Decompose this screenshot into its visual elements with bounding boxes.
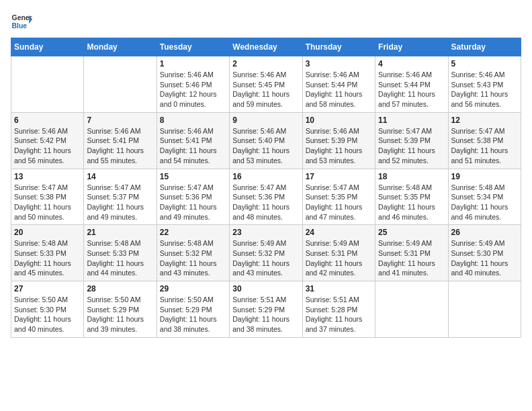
calendar-cell: 28Sunrise: 5:50 AMSunset: 5:29 PMDayligh… — [84, 281, 157, 338]
weekday-header-row: SundayMondayTuesdayWednesdayThursdayFrid… — [11, 38, 521, 56]
day-number: 31 — [306, 284, 372, 293]
day-info: Sunrise: 5:50 AMSunset: 5:30 PMDaylight:… — [14, 295, 81, 334]
day-info: Sunrise: 5:50 AMSunset: 5:29 PMDaylight:… — [87, 295, 153, 334]
calendar-cell: 5Sunrise: 5:46 AMSunset: 5:43 PMDaylight… — [448, 56, 521, 113]
calendar-cell: 8Sunrise: 5:46 AMSunset: 5:41 PMDaylight… — [157, 112, 229, 169]
calendar-cell: 11Sunrise: 5:47 AMSunset: 5:39 PMDayligh… — [375, 112, 448, 169]
calendar-cell: 24Sunrise: 5:49 AMSunset: 5:31 PMDayligh… — [302, 225, 375, 281]
calendar-cell: 27Sunrise: 5:50 AMSunset: 5:30 PMDayligh… — [11, 281, 84, 338]
day-number: 21 — [87, 228, 153, 237]
day-number: 1 — [160, 59, 226, 68]
day-number: 15 — [160, 172, 226, 181]
calendar-cell: 14Sunrise: 5:47 AMSunset: 5:37 PMDayligh… — [84, 169, 157, 225]
day-number: 13 — [14, 172, 81, 181]
day-number: 26 — [451, 228, 518, 237]
page-header: General Blue — [11, 11, 521, 32]
day-info: Sunrise: 5:48 AMSunset: 5:32 PMDaylight:… — [160, 238, 226, 278]
day-info: Sunrise: 5:46 AMSunset: 5:40 PMDaylight:… — [232, 126, 299, 166]
calendar-cell: 22Sunrise: 5:48 AMSunset: 5:32 PMDayligh… — [157, 225, 229, 281]
calendar-cell — [84, 56, 157, 113]
day-number: 9 — [232, 116, 299, 125]
day-info: Sunrise: 5:47 AMSunset: 5:38 PMDaylight:… — [451, 126, 518, 166]
day-info: Sunrise: 5:49 AMSunset: 5:32 PMDaylight:… — [232, 238, 299, 278]
day-number: 3 — [306, 59, 372, 68]
day-number: 29 — [160, 284, 226, 293]
day-number: 16 — [232, 172, 299, 181]
weekday-header-thursday: Thursday — [302, 38, 375, 56]
day-number: 20 — [14, 228, 81, 237]
day-info: Sunrise: 5:47 AMSunset: 5:35 PMDaylight:… — [306, 183, 372, 222]
logo: General Blue — [11, 11, 32, 32]
calendar-week-2: 6Sunrise: 5:46 AMSunset: 5:42 PMDaylight… — [11, 112, 521, 169]
calendar-week-3: 13Sunrise: 5:47 AMSunset: 5:38 PMDayligh… — [11, 169, 521, 225]
day-info: Sunrise: 5:46 AMSunset: 5:44 PMDaylight:… — [378, 70, 445, 109]
calendar-cell: 30Sunrise: 5:51 AMSunset: 5:29 PMDayligh… — [230, 281, 302, 338]
calendar-cell — [375, 281, 448, 338]
calendar-cell: 13Sunrise: 5:47 AMSunset: 5:38 PMDayligh… — [11, 169, 84, 225]
calendar-cell: 10Sunrise: 5:46 AMSunset: 5:39 PMDayligh… — [302, 112, 375, 169]
day-info: Sunrise: 5:47 AMSunset: 5:36 PMDaylight:… — [232, 183, 299, 222]
day-number: 28 — [87, 284, 153, 293]
day-info: Sunrise: 5:46 AMSunset: 5:39 PMDaylight:… — [306, 126, 372, 166]
day-info: Sunrise: 5:49 AMSunset: 5:30 PMDaylight:… — [451, 238, 518, 278]
calendar-cell: 20Sunrise: 5:48 AMSunset: 5:33 PMDayligh… — [11, 225, 84, 281]
day-number: 18 — [378, 172, 445, 181]
day-info: Sunrise: 5:47 AMSunset: 5:38 PMDaylight:… — [14, 183, 81, 222]
calendar-cell: 31Sunrise: 5:51 AMSunset: 5:28 PMDayligh… — [302, 281, 375, 338]
calendar-cell: 4Sunrise: 5:46 AMSunset: 5:44 PMDaylight… — [375, 56, 448, 113]
day-number: 27 — [14, 284, 81, 293]
weekday-header-saturday: Saturday — [448, 38, 521, 56]
day-number: 14 — [87, 172, 153, 181]
calendar-week-1: 1Sunrise: 5:46 AMSunset: 5:46 PMDaylight… — [11, 56, 521, 113]
calendar-cell: 17Sunrise: 5:47 AMSunset: 5:35 PMDayligh… — [302, 169, 375, 225]
calendar-cell: 12Sunrise: 5:47 AMSunset: 5:38 PMDayligh… — [448, 112, 521, 169]
day-info: Sunrise: 5:48 AMSunset: 5:33 PMDaylight:… — [14, 238, 81, 278]
calendar-cell: 19Sunrise: 5:48 AMSunset: 5:34 PMDayligh… — [448, 169, 521, 225]
weekday-header-sunday: Sunday — [11, 38, 84, 56]
day-info: Sunrise: 5:50 AMSunset: 5:29 PMDaylight:… — [160, 295, 226, 334]
calendar-cell: 3Sunrise: 5:46 AMSunset: 5:44 PMDaylight… — [302, 56, 375, 113]
weekday-header-friday: Friday — [375, 38, 448, 56]
day-info: Sunrise: 5:49 AMSunset: 5:31 PMDaylight:… — [378, 238, 445, 278]
day-number: 25 — [378, 228, 445, 237]
calendar-week-5: 27Sunrise: 5:50 AMSunset: 5:30 PMDayligh… — [11, 281, 521, 338]
calendar-cell: 2Sunrise: 5:46 AMSunset: 5:45 PMDaylight… — [230, 56, 302, 113]
calendar-cell: 23Sunrise: 5:49 AMSunset: 5:32 PMDayligh… — [230, 225, 302, 281]
day-info: Sunrise: 5:46 AMSunset: 5:42 PMDaylight:… — [14, 126, 81, 166]
calendar-cell: 6Sunrise: 5:46 AMSunset: 5:42 PMDaylight… — [11, 112, 84, 169]
svg-text:Blue: Blue — [12, 22, 28, 30]
calendar-cell: 21Sunrise: 5:48 AMSunset: 5:33 PMDayligh… — [84, 225, 157, 281]
logo-icon: General Blue — [11, 11, 32, 32]
calendar-cell: 26Sunrise: 5:49 AMSunset: 5:30 PMDayligh… — [448, 225, 521, 281]
day-number: 4 — [378, 59, 445, 68]
day-info: Sunrise: 5:48 AMSunset: 5:33 PMDaylight:… — [87, 238, 153, 278]
weekday-header-tuesday: Tuesday — [157, 38, 229, 56]
day-info: Sunrise: 5:48 AMSunset: 5:35 PMDaylight:… — [378, 183, 445, 222]
day-number: 19 — [451, 172, 518, 181]
day-info: Sunrise: 5:46 AMSunset: 5:43 PMDaylight:… — [451, 70, 518, 109]
day-number: 23 — [232, 228, 299, 237]
calendar-cell: 7Sunrise: 5:46 AMSunset: 5:41 PMDaylight… — [84, 112, 157, 169]
calendar-cell: 25Sunrise: 5:49 AMSunset: 5:31 PMDayligh… — [375, 225, 448, 281]
day-number: 2 — [232, 59, 299, 68]
day-number: 8 — [160, 116, 226, 125]
day-number: 6 — [14, 116, 81, 125]
day-number: 24 — [306, 228, 372, 237]
day-number: 30 — [232, 284, 299, 293]
day-number: 10 — [306, 116, 372, 125]
calendar-cell: 15Sunrise: 5:47 AMSunset: 5:36 PMDayligh… — [157, 169, 229, 225]
calendar-cell — [11, 56, 84, 113]
day-info: Sunrise: 5:47 AMSunset: 5:39 PMDaylight:… — [378, 126, 445, 166]
weekday-header-monday: Monday — [84, 38, 157, 56]
day-number: 17 — [306, 172, 372, 181]
day-info: Sunrise: 5:46 AMSunset: 5:44 PMDaylight:… — [306, 70, 372, 109]
day-info: Sunrise: 5:46 AMSunset: 5:41 PMDaylight:… — [87, 126, 153, 166]
day-info: Sunrise: 5:51 AMSunset: 5:29 PMDaylight:… — [232, 295, 299, 334]
calendar-cell: 9Sunrise: 5:46 AMSunset: 5:40 PMDaylight… — [230, 112, 302, 169]
day-info: Sunrise: 5:51 AMSunset: 5:28 PMDaylight:… — [306, 295, 372, 334]
day-info: Sunrise: 5:46 AMSunset: 5:45 PMDaylight:… — [232, 70, 299, 109]
day-info: Sunrise: 5:46 AMSunset: 5:46 PMDaylight:… — [160, 70, 226, 109]
calendar-cell: 18Sunrise: 5:48 AMSunset: 5:35 PMDayligh… — [375, 169, 448, 225]
day-info: Sunrise: 5:47 AMSunset: 5:36 PMDaylight:… — [160, 183, 226, 222]
day-info: Sunrise: 5:46 AMSunset: 5:41 PMDaylight:… — [160, 126, 226, 166]
